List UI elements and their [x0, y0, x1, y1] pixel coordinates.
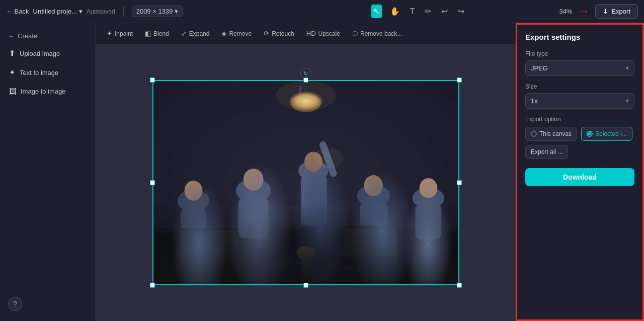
handle-top-right[interactable] — [457, 77, 462, 83]
text-to-image-icon: ✦ — [9, 68, 16, 77]
export-all-button[interactable]: Export all ... — [525, 145, 568, 159]
dimension-chevron-icon: ▾ — [175, 8, 178, 15]
selected-image-radio-icon — [587, 131, 593, 137]
size-field: Size 1x ▾ — [525, 83, 634, 109]
handle-bottom-center[interactable] — [303, 283, 308, 288]
file-type-value: JPEG — [531, 64, 548, 72]
this-canvas-label: This canvas — [539, 130, 572, 137]
sidebar: ← Create ⬆ Upload image ✦ Text to image … — [0, 23, 96, 321]
sidebar-item-upload-image[interactable]: ⬆ Upload image — [4, 45, 91, 62]
topbar-tools: ↖ ✋ T ✏ ↩ ↪ — [283, 5, 555, 18]
remove-button[interactable]: ◈ Remove — [216, 27, 257, 40]
zoom-level: 34% — [559, 8, 572, 15]
back-button[interactable]: ← Back — [6, 8, 29, 15]
retouch-label: Retouch — [272, 30, 294, 37]
help-button[interactable]: ? — [8, 297, 22, 311]
retouch-icon: ⟳ — [264, 30, 269, 37]
upscale-label: Upscale — [318, 30, 340, 37]
project-chevron-icon: ▾ — [79, 8, 83, 15]
remove-label: Remove — [229, 30, 252, 37]
handle-bottom-left[interactable] — [150, 283, 155, 288]
export-label: Export — [611, 8, 630, 15]
size-chevron-icon: ▾ — [626, 98, 629, 104]
upscale-icon: HD — [306, 30, 316, 37]
inpaint-icon: ✦ — [107, 30, 112, 37]
project-name[interactable]: Untitled proje... ▾ — [33, 8, 83, 15]
dimension-value: 2009 × 1339 — [136, 8, 173, 15]
export-option-label: Export option — [525, 116, 634, 123]
remove-icon: ◈ — [221, 30, 226, 37]
sidebar-text-to-image-label: Text to image — [20, 69, 58, 76]
project-name-text: Untitled proje... — [33, 8, 77, 15]
export-panel: Export settings File type JPEG ▾ Size 1x… — [516, 23, 644, 321]
inpaint-label: Inpaint — [115, 30, 133, 37]
handle-top-center[interactable] — [303, 77, 308, 83]
red-arrow-icon: → — [578, 5, 589, 18]
sidebar-create-section: ← Create — [4, 29, 91, 43]
handle-top-left[interactable] — [150, 77, 155, 83]
upscale-button[interactable]: HD Upscale — [301, 27, 345, 40]
file-type-label: File type — [525, 50, 634, 57]
export-icon: ⬇ — [603, 8, 608, 15]
file-type-field: File type JPEG ▾ — [525, 50, 634, 76]
undo-tool-icon[interactable]: ↩ — [439, 5, 450, 18]
blend-button[interactable]: ◧ Blend — [140, 27, 174, 40]
image-to-image-icon: 🖼 — [9, 87, 17, 96]
text-tool-icon[interactable]: T — [408, 5, 417, 18]
sidebar-create-label: Create — [18, 32, 37, 40]
expand-label: Expand — [189, 30, 210, 37]
size-value: 1x — [531, 97, 538, 105]
export-option-field: Export option This canvas Selected I... … — [525, 116, 634, 159]
remove-bg-button[interactable]: ⬡ Remove back... — [347, 27, 407, 40]
blend-icon: ◧ — [145, 30, 151, 37]
image-container[interactable]: ↻ — [152, 80, 459, 285]
selected-image-button[interactable]: Selected I... — [581, 127, 632, 141]
remove-bg-label: Remove back... — [360, 30, 402, 37]
canvas-toolbar: ✦ Inpaint ◧ Blend ⤢ Expand ◈ Remove ⟳ Re… — [96, 23, 516, 44]
redo-tool-icon[interactable]: ↪ — [456, 5, 466, 18]
file-type-select[interactable]: JPEG ▾ — [525, 60, 634, 76]
blend-label: Blend — [153, 30, 169, 37]
sidebar-item-text-to-image[interactable]: ✦ Text to image — [4, 64, 91, 81]
sidebar-bottom: ? — [4, 293, 91, 315]
retouch-button[interactable]: ⟳ Retouch — [259, 27, 299, 40]
selected-image-label: Selected I... — [595, 130, 627, 137]
topbar-left: ← Back Untitled proje... ▾ Autosaved 200… — [6, 6, 279, 17]
download-button[interactable]: Download — [525, 168, 634, 186]
file-type-chevron-icon: ▾ — [626, 65, 629, 71]
size-label: Size — [525, 83, 634, 90]
main-area: ← Create ⬆ Upload image ✦ Text to image … — [0, 23, 644, 321]
arrow-annotation: → — [578, 5, 589, 18]
canvas-image — [152, 80, 459, 285]
export-button[interactable]: ⬇ Export — [595, 4, 638, 19]
canvas-photo — [153, 81, 458, 284]
topbar-separator — [123, 7, 124, 17]
image-overlay — [153, 81, 458, 284]
handle-bottom-right[interactable] — [457, 283, 462, 288]
handle-middle-right[interactable] — [457, 180, 462, 185]
expand-button[interactable]: ⤢ Expand — [176, 27, 215, 40]
dimension-selector[interactable]: 2009 × 1339 ▾ — [132, 6, 183, 17]
this-canvas-radio-icon — [531, 131, 537, 137]
inpaint-button[interactable]: ✦ Inpaint — [102, 27, 138, 40]
size-select[interactable]: 1x ▾ — [525, 93, 634, 109]
export-panel-title: Export settings — [525, 33, 634, 41]
remove-bg-icon: ⬡ — [352, 30, 358, 37]
select-tool-icon[interactable]: ↖ — [371, 5, 382, 18]
autosaved-label: Autosaved — [87, 8, 115, 15]
topbar-right: 34% → ⬇ Export — [559, 4, 638, 19]
canvas-content[interactable]: ↻ — [96, 44, 516, 321]
sidebar-item-image-to-image[interactable]: 🖼 Image to image — [4, 83, 91, 100]
canvas-area: ✦ Inpaint ◧ Blend ⤢ Expand ◈ Remove ⟳ Re… — [96, 23, 516, 321]
hand-tool-icon[interactable]: ✋ — [388, 5, 402, 18]
pen-tool-icon[interactable]: ✏ — [423, 5, 433, 18]
handle-middle-left[interactable] — [150, 180, 155, 185]
sidebar-image-to-image-label: Image to image — [21, 88, 66, 95]
export-option-buttons: This canvas Selected I... — [525, 127, 634, 141]
upload-icon: ⬆ — [9, 49, 16, 58]
topbar: ← Back Untitled proje... ▾ Autosaved 200… — [0, 0, 644, 23]
sidebar-upload-label: Upload image — [20, 50, 60, 57]
expand-icon: ⤢ — [181, 30, 187, 37]
create-back-icon: ← — [8, 32, 15, 40]
this-canvas-button[interactable]: This canvas — [525, 127, 577, 141]
